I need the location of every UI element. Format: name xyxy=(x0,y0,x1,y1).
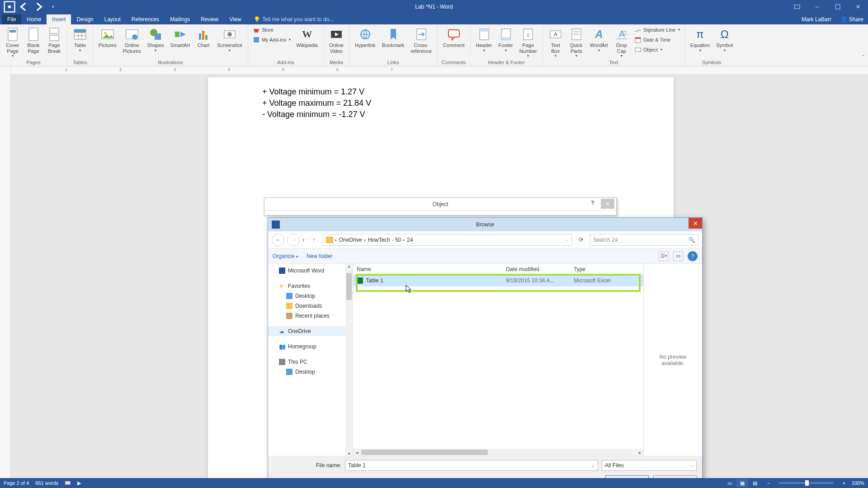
smartart-button[interactable]: SmartArt xyxy=(168,25,193,50)
nav-item-desktop-pc[interactable]: Desktop xyxy=(268,367,353,377)
nav-item-desktop[interactable]: Desktop xyxy=(268,291,353,301)
autosave-icon[interactable] xyxy=(4,1,15,12)
refresh-button[interactable]: ⟳ xyxy=(575,234,587,246)
macro-icon[interactable]: ▶ xyxy=(77,480,81,486)
hyperlink-button[interactable]: Hyperlink xyxy=(352,25,378,50)
breadcrumb-item[interactable]: 24 xyxy=(407,237,413,243)
spell-check-icon[interactable]: 📖 xyxy=(65,480,71,486)
online-video-button[interactable]: Online Video xyxy=(326,25,346,56)
col-type[interactable]: Type xyxy=(570,266,643,272)
quick-parts-button[interactable]: Quick Parts▾ xyxy=(566,25,586,60)
account-name[interactable]: Mark LaBarr xyxy=(797,14,836,24)
file-filter-select[interactable]: All Files⌄ xyxy=(602,460,697,471)
shapes-button[interactable]: Shapes▾ xyxy=(145,25,167,54)
date-time-button[interactable]: Date & Time xyxy=(632,35,682,44)
word-count[interactable]: 661 words xyxy=(35,480,58,486)
equation-button[interactable]: πEquation▾ xyxy=(688,25,712,54)
tab-layout[interactable]: Layout xyxy=(99,14,126,24)
redo-button[interactable] xyxy=(33,1,44,12)
pictures-button[interactable]: Pictures xyxy=(96,25,119,50)
tell-me-search[interactable]: 💡 Tell me what you want to do... xyxy=(250,14,337,24)
blank-page-button[interactable]: Blank Page xyxy=(24,25,43,56)
breadcrumb-item[interactable]: OneDrive xyxy=(339,237,362,243)
file-list-scrollbar[interactable]: ◂▸ xyxy=(353,449,643,456)
tab-view[interactable]: View xyxy=(224,14,247,24)
share-button[interactable]: 👤 Share xyxy=(836,14,868,24)
screenshot-button[interactable]: Screenshot▾ xyxy=(214,25,245,54)
nav-item-this-pc[interactable]: This PC xyxy=(268,357,353,367)
maximize-button[interactable] xyxy=(827,0,848,13)
collapse-ribbon-icon[interactable]: ⌃ xyxy=(862,54,865,59)
store-button[interactable]: Store xyxy=(251,25,292,34)
view-mode-button[interactable]: ☰ ▾ xyxy=(659,251,669,261)
filename-input[interactable]: Table 1⌄ xyxy=(345,460,598,471)
col-date[interactable]: Date modified xyxy=(502,266,570,272)
bookmark-button[interactable]: Bookmark xyxy=(379,25,407,50)
nav-scrollbar[interactable]: ▴▾ xyxy=(345,264,353,456)
browse-dialog-titlebar[interactable]: Browse ✕ xyxy=(268,218,702,231)
read-mode-button[interactable]: ▭ xyxy=(724,479,736,487)
cross-reference-button[interactable]: Cross- reference xyxy=(408,25,434,56)
browse-close-button[interactable]: ✕ xyxy=(689,218,702,229)
undo-button[interactable] xyxy=(18,1,30,12)
ribbon-display-button[interactable] xyxy=(787,0,807,13)
tab-design[interactable]: Design xyxy=(71,14,99,24)
close-button[interactable]: ✕ xyxy=(848,0,868,13)
page-number-button[interactable]: #Page Number▾ xyxy=(517,25,540,60)
chart-button[interactable]: Chart xyxy=(193,25,213,50)
object-dialog-close-button[interactable]: ✕ xyxy=(601,199,614,209)
tab-file[interactable]: File xyxy=(2,14,21,24)
zoom-in-button[interactable]: + xyxy=(842,480,845,486)
print-layout-button[interactable]: ▦ xyxy=(736,479,748,487)
page-break-button[interactable]: Page Break xyxy=(44,25,64,56)
minimize-button[interactable]: ─ xyxy=(807,0,827,13)
symbol-button[interactable]: ΩSymbol▾ xyxy=(713,25,736,54)
header-button[interactable]: Header▾ xyxy=(473,25,495,54)
wikipedia-button[interactable]: WWikipedia xyxy=(293,25,321,50)
comment-button[interactable]: Comment xyxy=(440,25,467,50)
breadcrumb-dropdown-icon[interactable]: ⌄ xyxy=(565,238,569,242)
wordart-button[interactable]: AWordArt▾ xyxy=(587,25,611,54)
tab-mailings[interactable]: Mailings xyxy=(165,14,195,24)
nav-up-button[interactable]: ↑ xyxy=(307,234,320,246)
organize-button[interactable]: Organize ▾ xyxy=(273,253,298,259)
qat-customize-icon[interactable]: ▾ xyxy=(47,1,59,12)
tab-references[interactable]: References xyxy=(126,14,165,24)
preview-pane-button[interactable]: ▭ xyxy=(673,251,683,261)
nav-recent-dropdown[interactable]: ▾ xyxy=(302,238,305,242)
file-columns-header[interactable]: Name Date modified Type xyxy=(353,264,643,275)
nav-forward-button[interactable]: → xyxy=(287,234,300,246)
nav-item-downloads[interactable]: Downloads xyxy=(268,301,353,311)
footer-button[interactable]: Footer▾ xyxy=(496,25,516,54)
nav-item-homegroup[interactable]: 👥Homegroup xyxy=(268,342,353,352)
online-pictures-button[interactable]: Online Pictures xyxy=(120,25,144,56)
nav-item-recent[interactable]: Recent places xyxy=(268,311,353,321)
nav-item-word[interactable]: Microsoft Word xyxy=(268,266,353,276)
insert-button[interactable]: Insert xyxy=(605,475,649,478)
my-addins-button[interactable]: My Add-ins▾ xyxy=(251,35,292,44)
drop-cap-button[interactable]: ADrop Cap▾ xyxy=(612,25,632,60)
breadcrumb[interactable]: ▸ OneDrive ▸ HowTech - 50 ▸ 24 ⌄ xyxy=(323,234,572,246)
tab-review[interactable]: Review xyxy=(195,14,224,24)
zoom-slider[interactable] xyxy=(779,482,833,484)
col-name[interactable]: Name xyxy=(353,266,502,272)
signature-line-button[interactable]: Signature Line▾ xyxy=(632,25,682,34)
nav-item-favorites[interactable]: ★Favorites xyxy=(268,281,353,291)
text-box-button[interactable]: AText Box▾ xyxy=(546,25,566,60)
search-input[interactable]: Search 24 🔍 xyxy=(590,234,698,246)
nav-back-button[interactable]: ← xyxy=(272,234,284,246)
file-row[interactable]: Table 1 9/19/2015 10:34 A... Microsoft E… xyxy=(353,275,643,286)
cover-page-button[interactable]: Cover Page▾ xyxy=(3,25,23,60)
help-button[interactable]: ? xyxy=(688,251,698,261)
nav-item-onedrive[interactable]: ☁OneDrive xyxy=(268,326,353,336)
zoom-level[interactable]: 100% xyxy=(852,480,864,486)
page-indicator[interactable]: Page 2 of 4 xyxy=(4,480,29,486)
tab-insert[interactable]: Insert xyxy=(47,14,71,24)
zoom-out-button[interactable]: − xyxy=(767,480,770,486)
table-button[interactable]: Table▾ xyxy=(70,25,90,54)
cancel-button[interactable]: Cancel xyxy=(653,475,697,478)
new-folder-button[interactable]: New folder xyxy=(307,253,332,259)
object-dialog-help-button[interactable]: ? xyxy=(587,200,598,206)
breadcrumb-item[interactable]: HowTech - 50 xyxy=(368,237,401,243)
object-button[interactable]: Object▾ xyxy=(632,45,682,54)
